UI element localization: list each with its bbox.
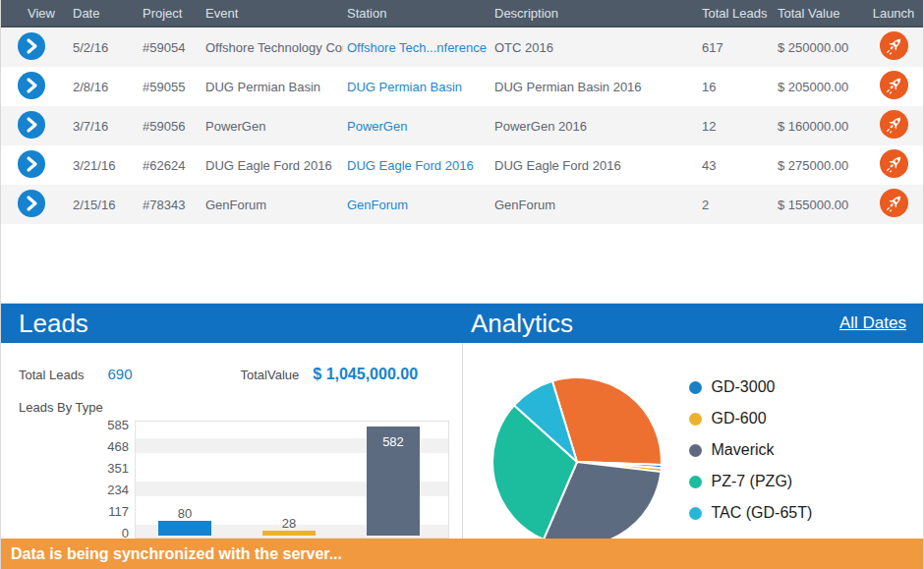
view-cell (1, 67, 62, 106)
all-dates-link[interactable]: All Dates (839, 313, 906, 333)
date-cell: 5/2/16 (62, 28, 133, 67)
description-cell: PowerGen 2016 (491, 106, 691, 145)
legend-label: GD-3000 (712, 378, 776, 396)
legend-item: GD-3000 (689, 377, 813, 397)
description-cell: DUG Permian Basin 2016 (491, 67, 691, 106)
total-value-cell: $ 275000.00 (768, 145, 864, 185)
chevron-right-circle-icon (18, 111, 45, 142)
sync-status-bar: Data is being synchronized with the serv… (1, 539, 923, 569)
pie-legend: GD-3000GD-600MaverickPZ-7 (PZG)TAC (GD-6… (689, 377, 813, 535)
rocket-circle-icon (880, 31, 908, 63)
station-link[interactable]: DUG Permian Basin (343, 67, 491, 106)
rocket-circle-icon (880, 110, 908, 142)
project-cell: #62624 (133, 145, 198, 185)
table-header-row: View Date Project Event Station Descript… (1, 0, 923, 28)
y-tick-label: 468 (86, 439, 129, 455)
total-leads-label: Total Leads (19, 368, 85, 382)
legend-item: Maverick (689, 440, 813, 460)
view-cell (1, 28, 62, 67)
col-header-total-value: Total Value (768, 0, 864, 26)
total-leads-cell: 617 (691, 28, 768, 67)
legend-label: GD-600 (712, 410, 767, 427)
legend-color-dot (689, 476, 702, 488)
rocket-circle-icon (880, 189, 908, 220)
y-tick-label: 117 (86, 504, 129, 520)
legend-item: TAC (GD-65T) (689, 503, 813, 523)
status-message: Data is being synchronized with the serv… (1, 545, 342, 563)
view-button[interactable] (17, 190, 46, 219)
view-button[interactable] (17, 111, 46, 141)
date-cell: 2/8/16 (62, 67, 133, 106)
view-button[interactable] (17, 150, 46, 180)
station-link[interactable]: GenForum (343, 185, 491, 224)
date-cell: 3/21/16 (62, 145, 133, 185)
bar-GD-600 (262, 531, 316, 536)
view-cell (1, 185, 62, 224)
bar-value-label: 80 (158, 506, 211, 521)
col-header-event: Event (198, 0, 343, 26)
date-cell: 3/7/16 (62, 106, 133, 145)
chevron-right-circle-icon (18, 72, 45, 102)
col-header-project: Project (133, 0, 198, 26)
launch-cell (864, 185, 923, 224)
view-button[interactable] (17, 72, 46, 101)
view-cell (1, 106, 62, 145)
legend-color-dot (689, 413, 702, 426)
rocket-circle-icon (880, 71, 908, 102)
legend-label: PZ-7 (PZG) (712, 473, 793, 490)
chevron-right-circle-icon (18, 32, 45, 63)
project-cell: #59054 (133, 28, 198, 67)
table-row: 5/2/16 #59054 Offshore Technology Con...… (1, 28, 923, 67)
station-link[interactable]: Offshore Tech...nference 2016 (343, 28, 491, 67)
legend-label: Maverick (712, 441, 775, 459)
launch-button[interactable] (879, 150, 908, 180)
chevron-right-circle-icon (18, 190, 45, 220)
chevron-right-circle-icon (18, 150, 45, 181)
legend-item: GD-600 (689, 409, 813, 428)
table-row: 3/7/16 #59056 PowerGen PowerGen PowerGen… (1, 106, 923, 145)
project-cell: #59056 (133, 106, 198, 145)
y-tick-label: 234 (86, 483, 129, 498)
event-cell: GenForum (198, 185, 343, 224)
total-leads-cell: 12 (691, 106, 768, 145)
view-button[interactable] (17, 32, 46, 62)
launch-cell (864, 145, 923, 185)
station-link[interactable]: PowerGen (343, 106, 491, 145)
launch-cell (864, 67, 923, 106)
total-value-cell: $ 155000.00 (768, 185, 864, 224)
total-value-value: $ 1,045,000.00 (313, 366, 418, 383)
description-cell: OTC 2016 (491, 28, 691, 67)
station-link[interactable]: DUG Eagle Ford 2016 (343, 145, 491, 185)
launch-button[interactable] (879, 32, 908, 62)
launch-button[interactable] (879, 72, 908, 101)
total-leads-value: 690 (108, 366, 133, 382)
leads-panel: Total Leads 690 TotalValue $ 1,045,000.0… (1, 343, 463, 539)
bar-chart-title: Leads By Type (1, 383, 462, 415)
launch-cell (864, 28, 923, 67)
description-cell: DUG Eagle Ford 2016 (491, 145, 691, 185)
view-cell (1, 145, 62, 185)
bar-value-label: 28 (262, 516, 316, 531)
launch-button[interactable] (879, 111, 908, 141)
rocket-circle-icon (880, 149, 908, 181)
bar-value-label: 582 (367, 434, 420, 449)
pie-chart (483, 368, 671, 556)
bar-chart-plot: 8028582 (135, 421, 449, 539)
table-row: 2/15/16 #78343 GenForum GenForum GenForu… (1, 185, 923, 224)
launch-button[interactable] (879, 190, 908, 219)
total-value-cell: $ 160000.00 (768, 106, 864, 145)
total-value-cell: $ 250000.00 (768, 28, 864, 67)
legend-item: PZ-7 (PZG) (689, 472, 813, 491)
legend-color-dot (689, 444, 702, 457)
col-header-description: Description (491, 0, 691, 26)
y-tick-label: 585 (86, 418, 129, 433)
table-row: 2/8/16 #59055 DUG Permian Basin DUG Perm… (1, 67, 923, 106)
col-header-view: View (1, 0, 62, 26)
date-cell: 2/15/16 (62, 185, 133, 224)
bar-GD-3000 (158, 521, 211, 536)
leads-stats: Total Leads 690 TotalValue $ 1,045,000.0… (1, 343, 462, 383)
table-row: 3/21/16 #62624 DUG Eagle Ford 2016 DUG E… (1, 145, 923, 185)
table-body: 5/2/16 #59054 Offshore Technology Con...… (1, 28, 923, 224)
total-leads-cell: 2 (691, 185, 768, 224)
event-cell: Offshore Technology Con... (198, 28, 343, 67)
